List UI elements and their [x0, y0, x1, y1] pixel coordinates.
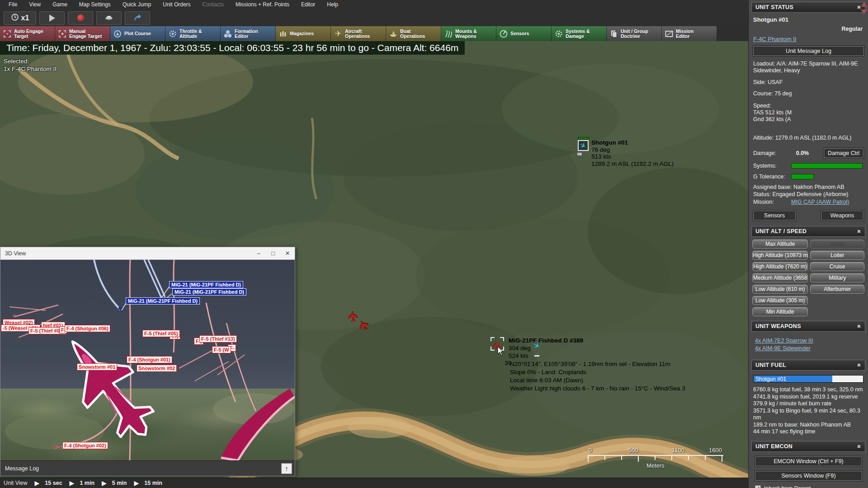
sensors-button[interactable]: Sensors: [753, 211, 796, 221]
interval-15min[interactable]: 15 min: [144, 480, 162, 486]
interval-15sec[interactable]: 15 sec: [45, 480, 62, 486]
record-button[interactable]: [68, 11, 93, 25]
unit-fuel-header[interactable]: UNIT FUEL «: [751, 360, 865, 371]
formation-editor-button[interactable]: FormationEditor: [221, 26, 276, 41]
section-title: UNIT WEAPONS: [755, 323, 858, 329]
min-altitude-button[interactable]: Min Altitude: [752, 307, 808, 316]
friendly-unit-icon[interactable]: ✈: [578, 140, 589, 151]
high-altitude-7620-button[interactable]: High Altitude (7620 m): [752, 262, 808, 271]
play-button[interactable]: [39, 11, 65, 25]
g-tolerance-label: G Tolerance:: [753, 174, 791, 180]
proficiency-label: Regular: [749, 26, 863, 32]
minimize-button[interactable]: –: [251, 247, 266, 260]
damage-ctrl-button[interactable]: Damage Ctrl: [824, 148, 863, 158]
sidebar-scrollbar[interactable]: [861, 2, 867, 17]
menu-editor[interactable]: Editor: [295, 0, 321, 9]
main-area: File View Game Map Settings Quick Jump U…: [0, 0, 748, 488]
btn-line: Auto Engage: [14, 29, 43, 34]
low-altitude-610-button[interactable]: Low Altitude (610 m): [752, 285, 808, 294]
collapse-chevron-icon[interactable]: «: [856, 324, 863, 328]
systems-damage-button[interactable]: Systems &Damage: [552, 26, 607, 41]
scale-tick-label: 500: [628, 447, 638, 454]
boat-operations-button[interactable]: BoatOperations: [386, 26, 441, 41]
menu-file[interactable]: File: [3, 0, 23, 9]
unit-status-header[interactable]: UNIT STATUS «: [751, 2, 865, 13]
scroll-down-icon[interactable]: [861, 9, 867, 14]
section-title: UNIT FUEL: [755, 362, 858, 368]
inherit-from-parent-row[interactable]: ✓ Inherit from Parent: [755, 485, 862, 488]
unit-status-sidebar: UNIT STATUS « Shotgun #01 Regular F-4C P…: [748, 0, 868, 488]
mission-editor-button[interactable]: MissionEditor: [662, 26, 717, 41]
manual-engage-icon: [58, 29, 67, 38]
menu-view[interactable]: View: [23, 0, 47, 9]
unit-type-link[interactable]: F-4C Phantom II: [753, 36, 863, 42]
interval-5min[interactable]: 5 min: [112, 480, 127, 486]
map-scale: 0 500 1100 1600 Meters: [588, 447, 723, 469]
throttle-altitude-button[interactable]: Throttle &Altitude: [165, 26, 221, 41]
unit-emcon-header[interactable]: UNIT EMCON «: [751, 441, 865, 452]
checkbox-checked-icon[interactable]: ✓: [755, 485, 761, 488]
emcon-window-button[interactable]: EMCON Window (Ctrl + F9): [755, 456, 862, 466]
manual-engage-target-button[interactable]: ManualEngage Target: [55, 26, 110, 41]
mission-link[interactable]: MIG CAP (AAW Patrol): [791, 199, 849, 205]
alt-speed-grid: Max Altitude High Altitude (10973 m High…: [752, 239, 864, 316]
military-button[interactable]: Military: [810, 273, 864, 282]
play-icon: [49, 14, 55, 22]
max-altitude-button[interactable]: Max Altitude: [752, 239, 808, 249]
expand-message-log-button[interactable]: ↑: [281, 463, 292, 474]
scale-bar: [588, 455, 723, 461]
cruise-button[interactable]: Cruise: [810, 262, 864, 271]
medium-altitude-button[interactable]: Medium Altitude (3658: [752, 273, 808, 282]
unit-course: 76 deg: [591, 146, 674, 154]
auto-engage-icon: [3, 29, 12, 38]
3d-viewport[interactable]: ✈ ✈ ✈ MiG-21 (MiG-21PF Fishbed D) MiG-21…: [0, 260, 295, 460]
selected-value: 1x F-4C Phantom II: [4, 65, 57, 73]
recorder-button[interactable]: [96, 11, 122, 25]
sensors-window-button[interactable]: Sensors Window (F9): [755, 471, 862, 481]
high-altitude-10973-button[interactable]: High Altitude (10973 m: [752, 251, 808, 260]
plot-course-button[interactable]: Plot Course: [110, 26, 165, 41]
menu-help[interactable]: Help: [321, 0, 344, 9]
time-compression-button[interactable]: x1: [4, 11, 36, 25]
speed-label: Speed:: [753, 103, 863, 109]
unit-alt-speed-header[interactable]: UNIT ALT / SPEED «: [751, 226, 865, 237]
weapons-button[interactable]: Weapons: [821, 211, 863, 221]
3d-view-titlebar[interactable]: 3D View – □ ✕: [0, 247, 295, 260]
btn-line: Editor: [235, 34, 258, 39]
play-arrow-icon: ▶: [102, 479, 107, 487]
fuel-line: 3571.3 kg to Bingo fuel, 9 min 24 sec, 8…: [753, 408, 863, 422]
menu-missions-ref-points[interactable]: Missions + Ref. Points: [230, 0, 295, 9]
interval-1min[interactable]: 1 min: [80, 480, 94, 486]
low-altitude-305-button[interactable]: Low Altitude (305 m): [752, 296, 808, 305]
unit-message-log-button[interactable]: Unit Message Log: [753, 46, 864, 56]
sensors-weapons-row: Sensors Weapons: [753, 211, 863, 221]
close-button[interactable]: ✕: [280, 247, 295, 260]
weapon-link-aim7[interactable]: 4x AIM-7E2 Sparrow III: [755, 338, 813, 344]
collapse-chevron-icon[interactable]: «: [856, 445, 863, 448]
hostile-aircraft-icon[interactable]: ✈: [344, 310, 361, 323]
3d-view-window[interactable]: 3D View – □ ✕: [0, 247, 295, 476]
jump-to-button[interactable]: [125, 11, 150, 25]
menu-unit-orders[interactable]: Unit Orders: [157, 0, 196, 9]
btn-line: Magazines: [290, 31, 314, 36]
collapse-chevron-icon[interactable]: «: [856, 230, 863, 233]
auto-engage-target-button[interactable]: Auto EngageTarget: [0, 26, 55, 41]
afterburner-button[interactable]: Afterburner: [810, 285, 864, 294]
collapse-chevron-icon[interactable]: «: [856, 363, 863, 367]
weapon-link-aim9[interactable]: 4x AIM-9E Sidewinder: [755, 345, 811, 352]
menu-game[interactable]: Game: [47, 0, 73, 9]
maximize-button[interactable]: □: [266, 247, 280, 260]
magazines-button[interactable]: Magazines: [276, 26, 331, 41]
fuel-gauge-label: Shotgun #01: [755, 376, 786, 382]
tactical-map[interactable]: Time: Friday, December 1, 1967 - Zulu: 2…: [0, 41, 748, 478]
unit-group-doctrine-button[interactable]: Unit / GroupDoctrine: [607, 26, 662, 41]
mounts-weapons-button[interactable]: Mounts &Weapons: [441, 26, 496, 41]
loiter-button[interactable]: Loiter: [810, 251, 864, 260]
3d-label-thief-w: F-5 (W: [212, 346, 231, 353]
unit-weapons-header[interactable]: UNIT WEAPONS «: [751, 321, 865, 332]
collapse-chevron-icon[interactable]: «: [856, 5, 863, 9]
aircraft-operations-button[interactable]: ✈ AircraftOperations: [331, 26, 386, 41]
menu-quick-jump[interactable]: Quick Jump: [117, 0, 157, 9]
menu-map-settings[interactable]: Map Settings: [73, 0, 117, 9]
sensors-button-ribbon[interactable]: Sensors: [496, 26, 552, 41]
